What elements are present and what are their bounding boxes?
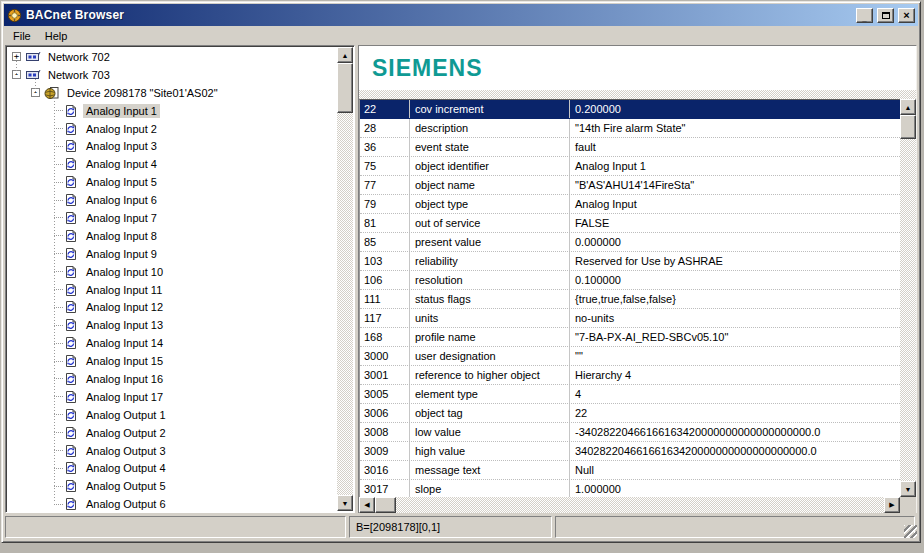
table-scrollbar-thumb[interactable] (900, 115, 916, 139)
tree-item-label[interactable]: Analog Input 14 (83, 336, 166, 350)
property-row[interactable]: 3016message textNull (360, 461, 900, 480)
tree-item-label[interactable]: Analog Input 16 (83, 372, 166, 386)
tree-item[interactable]: Analog Output 4 (8, 459, 336, 477)
property-row[interactable]: 79object typeAnalog Input (360, 195, 900, 214)
scroll-right-button[interactable]: ▶ (884, 497, 900, 513)
table-hscrollbar-track[interactable] (396, 497, 884, 513)
tree-item-label[interactable]: Analog Input 17 (83, 390, 166, 404)
scroll-up-button[interactable]: ▲ (900, 99, 916, 115)
tree-item[interactable]: Analog Output 3 (8, 442, 336, 460)
resize-grip[interactable] (904, 525, 917, 538)
tree-item-label[interactable]: Analog Output 6 (83, 497, 169, 510)
property-row[interactable]: 3005element type4 (360, 385, 900, 404)
status-panel-address: B=[2098178][0,1] (349, 516, 552, 538)
tree-item-label[interactable]: Analog Input 2 (83, 122, 160, 136)
tree-item[interactable]: Analog Input 14 (8, 334, 336, 352)
tree-item[interactable]: Analog Input 1 (8, 102, 336, 120)
tree-item-label[interactable]: Analog Input 11 (83, 283, 165, 297)
tree-item-label[interactable]: Analog Input 5 (83, 175, 160, 189)
tree-item[interactable]: Analog Input 9 (8, 245, 336, 263)
tree-item-label[interactable]: Analog Input 3 (83, 139, 160, 153)
property-row[interactable]: 3017slope1.000000 (360, 480, 900, 497)
tree-item[interactable]: Analog Output 6 (8, 495, 336, 510)
scroll-up-button[interactable]: ▲ (337, 47, 353, 63)
tree-item-label[interactable]: Network 702 (45, 50, 113, 64)
tree-item[interactable]: Analog Input 2 (8, 120, 336, 138)
tree-item[interactable]: Analog Output 5 (8, 477, 336, 495)
tree-item-label[interactable]: Analog Input 1 (83, 104, 160, 118)
tree-item[interactable]: Analog Input 8 (8, 227, 336, 245)
tree-item[interactable]: Analog Input 10 (8, 263, 336, 281)
tree-item[interactable]: Analog Input 6 (8, 191, 336, 209)
tree-item[interactable]: Analog Input 16 (8, 370, 336, 388)
property-name-cell: low value (410, 423, 570, 441)
tree-item-label[interactable]: Analog Output 5 (83, 479, 169, 493)
tree-item-label[interactable]: Device 2098178 "Site01'AS02" (64, 86, 221, 100)
tree-item[interactable]: Analog Input 4 (8, 155, 336, 173)
tree-scrollbar-track[interactable] (337, 113, 353, 495)
table-scrollbar-track[interactable] (900, 139, 916, 481)
tree-item[interactable]: Analog Input 11 (8, 281, 336, 299)
tree-item[interactable]: -Device 2098178 "Site01'AS02" (8, 84, 336, 102)
tree-connector-stub (54, 235, 63, 236)
tree-item[interactable]: Analog Output 1 (8, 406, 336, 424)
tree-item[interactable]: Analog Output 2 (8, 424, 336, 442)
tree-item-label[interactable]: Analog Input 12 (83, 300, 166, 314)
tree-item-label[interactable]: Network 703 (45, 68, 113, 82)
tree-item-label[interactable]: Analog Input 10 (83, 265, 166, 279)
menu-file[interactable]: File (6, 28, 38, 44)
property-row[interactable]: 103reliabilityReserved for Use by ASHRAE (360, 252, 900, 271)
tree-item-label[interactable]: Analog Input 9 (83, 247, 160, 261)
property-value-cell: Hierarchy 4 (570, 366, 900, 384)
property-row[interactable]: 3009high value34028220466166163420000000… (360, 442, 900, 461)
logo-strip: SIEMENS (359, 46, 916, 90)
property-name-cell: message text (410, 461, 570, 479)
tree-item[interactable]: +Network 702 (8, 48, 336, 66)
scroll-down-button[interactable]: ▼ (900, 481, 916, 497)
property-row[interactable]: 106resolution0.100000 (360, 271, 900, 290)
property-row[interactable]: 85present value0.000000 (360, 233, 900, 252)
tree-item-label[interactable]: Analog Input 13 (83, 318, 166, 332)
tree-item-label[interactable]: Analog Output 1 (83, 408, 169, 422)
tree-item[interactable]: Analog Input 5 (8, 173, 336, 191)
property-row[interactable]: 3001reference to higher objectHierarchy … (360, 366, 900, 385)
table-hscrollbar-thumb[interactable] (375, 497, 396, 513)
close-button[interactable]: × (898, 8, 915, 23)
property-row[interactable]: 28description"14th Fire alarm State" (360, 119, 900, 138)
property-row[interactable]: 111status flags{true,true,false,false} (360, 290, 900, 309)
minimize-button[interactable]: _ (856, 8, 873, 23)
tree-item-label[interactable]: Analog Input 4 (83, 157, 160, 171)
menu-help[interactable]: Help (38, 28, 75, 44)
scroll-down-button[interactable]: ▼ (337, 495, 353, 511)
tree-item-label[interactable]: Analog Input 7 (83, 211, 160, 225)
property-row[interactable]: 117unitsno-units (360, 309, 900, 328)
tree-item-label[interactable]: Analog Input 15 (83, 354, 166, 368)
tree-item-label[interactable]: Analog Output 4 (83, 461, 169, 475)
tree-item[interactable]: -Network 703 (8, 66, 336, 84)
property-row[interactable]: 3000user designation"" (360, 347, 900, 366)
tree-item[interactable]: Analog Input 3 (8, 137, 336, 155)
tree-item[interactable]: Analog Input 13 (8, 316, 336, 334)
tree-item[interactable]: Analog Input 15 (8, 352, 336, 370)
tree-connector-stub (54, 343, 63, 344)
maximize-button[interactable] (877, 8, 894, 23)
property-row[interactable]: 36event statefault (360, 138, 900, 157)
tree-item-label[interactable]: Analog Output 3 (83, 444, 169, 458)
tree-item[interactable]: Analog Input 12 (8, 298, 336, 316)
tree-scrollbar-thumb[interactable] (337, 63, 353, 113)
tree-item-label[interactable]: Analog Output 2 (83, 426, 169, 440)
property-row[interactable]: 75object identifierAnalog Input 1 (360, 157, 900, 176)
tree-item[interactable]: Analog Input 7 (8, 209, 336, 227)
scroll-left-button[interactable]: ◀ (359, 497, 375, 513)
property-value-cell: 4 (570, 385, 900, 403)
property-row[interactable]: 3008low value-34028220466166163420000000… (360, 423, 900, 442)
property-id-cell: 3005 (360, 385, 410, 403)
tree-item[interactable]: Analog Input 17 (8, 388, 336, 406)
property-row[interactable]: 22cov increment0.200000 (360, 100, 900, 119)
tree-item-label[interactable]: Analog Input 8 (83, 229, 160, 243)
property-row[interactable]: 77object name"B'AS'AHU14'14FireSta" (360, 176, 900, 195)
property-row[interactable]: 3006object tag22 (360, 404, 900, 423)
property-row[interactable]: 81out of serviceFALSE (360, 214, 900, 233)
property-row[interactable]: 168profile name"7-BA-PX-AI_RED-SBCv05.10… (360, 328, 900, 347)
tree-item-label[interactable]: Analog Input 6 (83, 193, 160, 207)
